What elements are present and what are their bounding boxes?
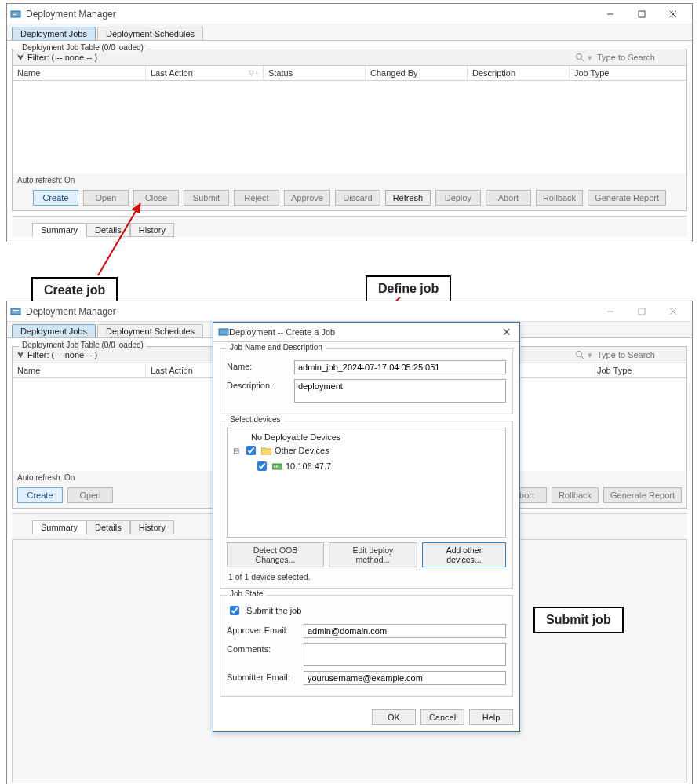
search-input[interactable] xyxy=(595,52,682,63)
section-job-state: Job State Submit the job Approver Email:… xyxy=(220,595,513,697)
selected-count-label: 1 of 1 device selected. xyxy=(228,572,504,582)
callout-submit-job: Submit job xyxy=(533,607,624,633)
submitter-email-input[interactable] xyxy=(304,671,506,685)
col-job-type[interactable]: Job Type xyxy=(570,66,686,80)
close-button[interactable] xyxy=(657,5,689,23)
section-title: Job Name and Description xyxy=(227,343,326,352)
filter-chevron-icon[interactable]: ⮟ xyxy=(17,53,24,61)
search-icon xyxy=(575,53,584,62)
generate-report-button: Generate Report xyxy=(588,190,666,206)
search-input[interactable] xyxy=(595,349,682,360)
svg-rect-13 xyxy=(13,312,16,312)
folder-icon xyxy=(261,447,271,455)
add-other-devices-button[interactable]: Add other devices... xyxy=(422,542,506,567)
section-name-desc: Job Name and Description Name: Descripti… xyxy=(220,348,513,414)
submit-job-label: Submit the job xyxy=(246,606,301,615)
minimize-button[interactable] xyxy=(595,5,626,23)
col-description[interactable]: Description xyxy=(468,66,570,80)
tab-details[interactable]: Details xyxy=(86,520,130,534)
dialog-title: Deployment -- Create a Job xyxy=(229,327,499,337)
maximize-button[interactable] xyxy=(626,303,657,320)
job-table-group: Deployment Job Table (0/0 loaded) ⮟ Filt… xyxy=(12,49,687,211)
tab-deployment-schedules[interactable]: Deployment Schedules xyxy=(97,324,203,337)
create-button[interactable]: Create xyxy=(17,487,63,503)
col-status[interactable]: Status xyxy=(264,66,366,80)
job-table-title: Deployment Job Table (0/0 loaded) xyxy=(19,43,147,52)
table-body-empty xyxy=(13,81,686,173)
abort-button: Abort xyxy=(486,190,531,206)
discard-button: Discard xyxy=(335,190,380,206)
app-icon xyxy=(218,326,229,337)
approve-button: Approve xyxy=(284,190,330,206)
maximize-button[interactable] xyxy=(626,5,657,23)
approver-label: Approver Email: xyxy=(227,624,297,635)
device-checkbox[interactable] xyxy=(257,461,267,471)
svg-rect-2 xyxy=(13,14,16,15)
open-button: Open xyxy=(83,190,129,206)
refresh-button[interactable]: Refresh xyxy=(385,190,431,206)
filter-row: ⮟ Filter: ( -- none -- ) ▾ xyxy=(13,49,686,66)
filter-chevron-icon[interactable]: ⮟ xyxy=(17,351,24,359)
detect-oob-button[interactable]: Detect OOB Changes... xyxy=(227,542,324,567)
tab-deployment-jobs[interactable]: Deployment Jobs xyxy=(12,324,96,337)
action-button-bar: Create Open Close Submit Reject Approve … xyxy=(13,187,686,210)
tree-expand-icon[interactable]: ⊟ xyxy=(232,447,240,455)
app-icon xyxy=(10,306,21,317)
tab-history[interactable]: History xyxy=(130,223,174,237)
create-button[interactable]: Create xyxy=(33,190,78,206)
titlebar: Deployment Manager xyxy=(7,301,692,322)
svg-rect-1 xyxy=(13,13,19,13)
col-changed-by[interactable]: Changed By xyxy=(366,66,468,80)
cancel-button[interactable]: Cancel xyxy=(420,709,464,725)
col-job-type[interactable]: Job Type xyxy=(592,363,686,377)
approver-email-input[interactable] xyxy=(304,624,506,638)
device-tree[interactable]: No Deployable Devices ⊟ Other Devices 10… xyxy=(227,428,506,538)
tab-summary[interactable]: Summary xyxy=(32,520,86,534)
ok-button[interactable]: OK xyxy=(372,709,416,725)
comments-label: Comments: xyxy=(227,643,297,654)
section-title: Select devices xyxy=(227,415,283,424)
job-table-title: Deployment Job Table (0/0 loaded) xyxy=(19,341,147,349)
callout-create-job: Create job xyxy=(31,277,118,304)
job-name-input[interactable] xyxy=(294,360,506,374)
svg-point-18 xyxy=(577,352,582,357)
table-header: Name Last Action▽ ¹ Status Changed By De… xyxy=(13,66,686,81)
desc-label: Description: xyxy=(227,379,288,390)
tab-history[interactable]: History xyxy=(130,520,174,534)
col-last-action[interactable]: Last Action▽ ¹ xyxy=(146,66,264,80)
dialog-close-button[interactable]: ✕ xyxy=(499,326,515,338)
deployment-manager-window-1: Deployment Manager Deployment Jobs Deplo… xyxy=(6,3,693,242)
generate-report-button: Generate Report xyxy=(603,487,682,503)
submit-button: Submit xyxy=(184,190,229,206)
help-button[interactable]: Help xyxy=(469,709,513,725)
main-tabstrip: Deployment Jobs Deployment Schedules xyxy=(7,24,692,41)
svg-line-8 xyxy=(581,59,584,61)
col-name[interactable]: Name xyxy=(13,363,146,377)
minimize-button[interactable] xyxy=(595,303,626,320)
edit-deploy-method-button[interactable]: Edit deploy method... xyxy=(329,542,417,567)
search-box[interactable]: ▾ xyxy=(575,52,682,63)
deploy-button: Deploy xyxy=(435,190,481,206)
filter-label[interactable]: Filter: ( -- none -- ) xyxy=(27,350,97,359)
filter-label[interactable]: Filter: ( -- none -- ) xyxy=(27,53,97,62)
search-box[interactable]: ▾ xyxy=(575,349,682,360)
tab-deployment-jobs[interactable]: Deployment Jobs xyxy=(12,27,96,40)
deployment-manager-window-2: Deployment Manager Deployment Jobs Deplo… xyxy=(6,301,693,784)
device-tree-buttons: Detect OOB Changes... Edit deploy method… xyxy=(227,542,506,567)
job-description-input[interactable]: deployment xyxy=(294,379,506,403)
detail-tabstrip: Summary Details History xyxy=(32,223,683,237)
close-button[interactable] xyxy=(657,303,689,320)
svg-point-22 xyxy=(274,465,275,467)
other-devices-checkbox[interactable] xyxy=(246,446,256,455)
rollback-button: Rollback xyxy=(536,190,583,206)
reject-button: Reject xyxy=(234,190,279,206)
submit-job-checkbox[interactable] xyxy=(230,606,239,615)
col-last-action[interactable]: Last Action xyxy=(146,363,217,377)
tree-node-device[interactable]: 10.106.47.7 xyxy=(232,458,501,474)
comments-input[interactable] xyxy=(304,643,506,666)
col-name[interactable]: Name xyxy=(13,66,146,80)
tab-deployment-schedules[interactable]: Deployment Schedules xyxy=(97,27,203,40)
tree-node-other-devices[interactable]: ⊟ Other Devices xyxy=(232,443,501,458)
tab-details[interactable]: Details xyxy=(86,223,130,237)
tab-summary[interactable]: Summary xyxy=(32,223,86,237)
